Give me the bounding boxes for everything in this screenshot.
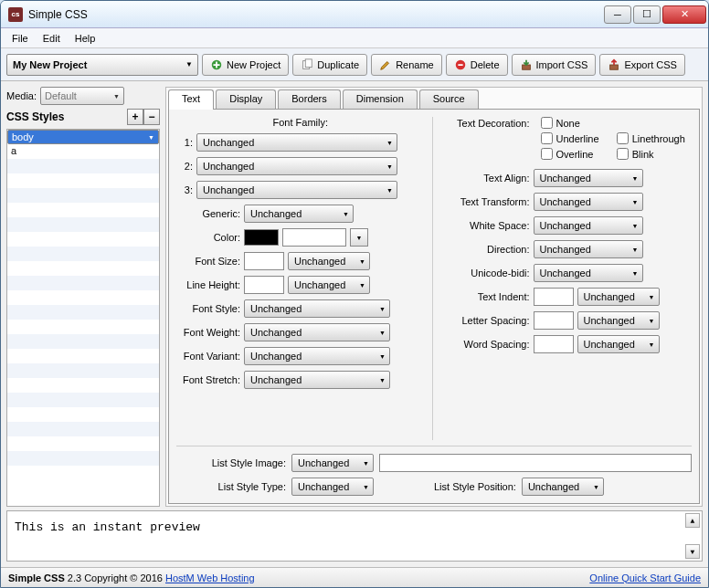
color-picker-button[interactable] bbox=[350, 228, 368, 247]
list-style-image[interactable]: Unchanged bbox=[291, 454, 374, 472]
white-space[interactable]: Unchanged bbox=[534, 216, 643, 235]
font-family-3[interactable]: Unchanged bbox=[196, 181, 397, 199]
word-spacing-input[interactable] bbox=[534, 335, 574, 353]
font-size-unit[interactable]: Unchanged bbox=[288, 252, 370, 270]
unicode-bidi[interactable]: Unchanged bbox=[534, 264, 643, 282]
svg-rect-5 bbox=[610, 65, 619, 69]
tab-borders[interactable]: Borders bbox=[278, 89, 341, 110]
export-icon bbox=[608, 58, 620, 71]
media-dropdown[interactable]: Default bbox=[40, 87, 124, 105]
tabs: Text Display Borders Dimension Source bbox=[168, 89, 700, 110]
css-styles-header: CSS Styles bbox=[6, 110, 64, 123]
close-button[interactable]: ✕ bbox=[662, 5, 706, 24]
tab-dimension[interactable]: Dimension bbox=[343, 89, 418, 110]
styles-list[interactable]: body a bbox=[6, 129, 160, 507]
toolbar: My New Project New Project Duplicate Ren… bbox=[1, 48, 708, 81]
tab-display[interactable]: Display bbox=[216, 89, 276, 110]
statusbar: Simple CSS 2.3 Copyright © 2016 HostM We… bbox=[1, 567, 708, 587]
line-height-input[interactable] bbox=[244, 276, 284, 294]
word-spacing-unit[interactable]: Unchanged bbox=[577, 335, 660, 353]
export-button[interactable]: Export CSS bbox=[599, 54, 684, 76]
host-link[interactable]: HostM Web Hosting bbox=[165, 572, 255, 583]
preview-text: This is an instant preview bbox=[15, 520, 200, 534]
add-style-button[interactable]: + bbox=[127, 109, 143, 125]
delete-button[interactable]: Delete bbox=[446, 54, 508, 76]
media-label: Media: bbox=[6, 90, 37, 101]
svg-rect-2 bbox=[306, 58, 312, 67]
titlebar: cs Simple CSS ─ ☐ ✕ bbox=[1, 1, 708, 28]
preview-pane: This is an instant preview ▲ ▼ bbox=[6, 510, 703, 562]
text-indent-unit[interactable]: Unchanged bbox=[577, 288, 660, 306]
text-transform[interactable]: Unchanged bbox=[534, 193, 643, 211]
new-icon bbox=[210, 58, 223, 71]
remove-style-button[interactable]: − bbox=[143, 109, 160, 125]
scroll-up-button[interactable]: ▲ bbox=[685, 513, 700, 528]
tab-source[interactable]: Source bbox=[419, 89, 479, 110]
menu-help[interactable]: Help bbox=[68, 30, 103, 47]
minimize-button[interactable]: ─ bbox=[604, 5, 631, 24]
deco-none[interactable]: None bbox=[541, 117, 606, 129]
list-style-position[interactable]: Unchanged bbox=[522, 478, 604, 496]
delete-icon bbox=[454, 58, 467, 71]
menu-file[interactable]: File bbox=[5, 30, 36, 47]
list-style-type[interactable]: Unchanged bbox=[291, 478, 374, 496]
text-indent-input[interactable] bbox=[534, 288, 574, 306]
app-icon: cs bbox=[8, 7, 23, 22]
color-input[interactable] bbox=[282, 228, 346, 247]
font-style[interactable]: Unchanged bbox=[244, 299, 390, 318]
deco-overline[interactable]: Overline bbox=[541, 148, 606, 160]
rename-icon bbox=[379, 58, 392, 71]
letter-spacing-unit[interactable]: Unchanged bbox=[577, 311, 660, 330]
menu-edit[interactable]: Edit bbox=[36, 30, 68, 47]
menubar: File Edit Help bbox=[1, 28, 708, 48]
list-item bbox=[7, 159, 159, 173]
text-decoration-label: Text Decoration: bbox=[444, 118, 530, 129]
font-family-1[interactable]: Unchanged bbox=[196, 133, 397, 152]
deco-underline[interactable]: Underline bbox=[541, 132, 606, 144]
font-weight[interactable]: Unchanged bbox=[244, 323, 390, 341]
duplicate-button[interactable]: Duplicate bbox=[292, 54, 367, 76]
letter-spacing-input[interactable] bbox=[534, 311, 574, 330]
line-height-unit[interactable]: Unchanged bbox=[288, 276, 370, 294]
list-item[interactable]: body bbox=[7, 130, 159, 144]
deco-blink[interactable]: Blink bbox=[617, 148, 692, 160]
project-dropdown[interactable]: My New Project bbox=[6, 54, 198, 76]
import-button[interactable]: Import CSS bbox=[512, 54, 597, 76]
color-swatch bbox=[244, 229, 279, 246]
font-generic[interactable]: Unchanged bbox=[244, 205, 354, 223]
window-title: Simple CSS bbox=[28, 8, 602, 21]
rename-button[interactable]: Rename bbox=[371, 54, 442, 76]
new-project-button[interactable]: New Project bbox=[202, 54, 289, 76]
text-align[interactable]: Unchanged bbox=[534, 169, 643, 187]
list-item[interactable]: a bbox=[7, 144, 159, 159]
tab-text[interactable]: Text bbox=[168, 89, 214, 110]
duplicate-icon bbox=[301, 58, 313, 71]
font-variant[interactable]: Unchanged bbox=[244, 347, 390, 365]
maximize-button[interactable]: ☐ bbox=[633, 5, 661, 24]
quick-start-link[interactable]: Online Quick Start Guide bbox=[589, 572, 701, 583]
font-size-input[interactable] bbox=[244, 252, 284, 270]
font-family-title: Font Family: bbox=[176, 117, 425, 128]
import-icon bbox=[520, 58, 533, 71]
list-style-image-url[interactable] bbox=[379, 454, 692, 472]
scroll-down-button[interactable]: ▼ bbox=[685, 544, 700, 559]
font-family-2[interactable]: Unchanged bbox=[196, 157, 397, 175]
direction[interactable]: Unchanged bbox=[534, 240, 643, 258]
deco-linethrough[interactable]: Linethrough bbox=[617, 132, 692, 144]
project-name: My New Project bbox=[13, 59, 87, 70]
font-stretch[interactable]: Unchanged bbox=[244, 371, 390, 389]
